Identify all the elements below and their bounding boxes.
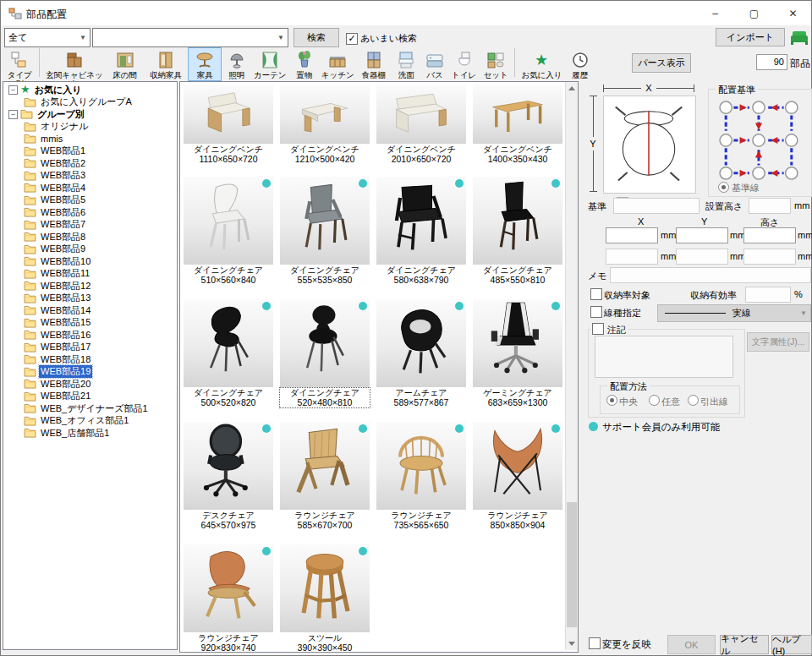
- toolbar-item-14[interactable]: セット: [480, 47, 513, 81]
- note-textarea[interactable]: [595, 336, 733, 378]
- tree-item[interactable]: WEB部品8: [3, 231, 177, 243]
- toolbar-item-15[interactable]: ★お気に入り: [518, 47, 565, 81]
- toolbar-item-6[interactable]: 照明: [222, 47, 251, 81]
- close-button[interactable]: ✕: [774, 1, 812, 25]
- tree-item[interactable]: WEB部品14: [3, 304, 177, 317]
- toolbar-item-4[interactable]: 収納家具: [144, 47, 188, 81]
- y-input[interactable]: [676, 227, 728, 243]
- tree-item[interactable]: –★お気に入り: [3, 84, 177, 96]
- toolbar-item-9[interactable]: キッチン: [320, 47, 355, 81]
- x2-input[interactable]: [606, 249, 658, 265]
- toolbar-item-10[interactable]: 食器棚: [355, 47, 391, 81]
- collapse-minus-icon[interactable]: –: [8, 110, 18, 119]
- tree-item[interactable]: WEB部品9: [3, 243, 177, 256]
- part-card[interactable]: ダイニングチェア485×550×810: [473, 177, 562, 285]
- import-button[interactable]: インポート: [716, 28, 785, 46]
- baseline-radio[interactable]: [718, 182, 729, 193]
- tree-item[interactable]: mmis: [3, 133, 177, 145]
- tree-item[interactable]: WEB_店舗部品1: [3, 427, 177, 440]
- cancel-button[interactable]: キャンセル: [720, 635, 769, 654]
- install-height-input[interactable]: [749, 198, 791, 214]
- tree-item[interactable]: WEB部品4: [3, 182, 177, 194]
- placement-basis-grid[interactable]: [717, 99, 800, 183]
- part-card[interactable]: ダイニングベンチ1110×650×720: [184, 85, 273, 164]
- part-card[interactable]: ラウンジチェア920×830×740: [184, 544, 273, 653]
- height-input[interactable]: [743, 227, 796, 243]
- toolbar-item-16[interactable]: 履歴: [565, 47, 595, 81]
- perspective-view-button[interactable]: パース表示: [632, 53, 691, 73]
- maximize-button[interactable]: ▢: [735, 1, 773, 25]
- apply-changes-checkbox[interactable]: [589, 637, 601, 649]
- tree-item[interactable]: オリジナル: [3, 121, 177, 134]
- tree-item[interactable]: WEB部品20: [3, 378, 177, 391]
- tree-item[interactable]: WEB部品7: [3, 219, 177, 232]
- tree-item[interactable]: WEB_デザイナーズ部品1: [3, 402, 177, 415]
- tree-item[interactable]: WEB部品10: [3, 255, 177, 268]
- scroll-down-icon[interactable]: [566, 637, 578, 650]
- part-card[interactable]: ダイニングチェア510×560×840: [184, 177, 273, 285]
- linetype-select[interactable]: 実線 ▼: [657, 304, 811, 322]
- toolbar-item-5[interactable]: 家具: [188, 47, 222, 81]
- part-card[interactable]: ダイニングベンチ2010×650×720: [376, 85, 466, 164]
- collapse-minus-icon[interactable]: –: [8, 85, 18, 95]
- part-card[interactable]: スツール390×390×450: [280, 544, 370, 653]
- part-card[interactable]: ダイニングベンチ1210×500×420: [280, 85, 370, 164]
- tree-item[interactable]: WEB部品16: [3, 329, 177, 342]
- minimize-button[interactable]: –: [696, 1, 734, 25]
- toolbar-item-8[interactable]: 置物: [288, 47, 320, 81]
- tree-item[interactable]: WEB部品18: [3, 353, 177, 366]
- part-card[interactable]: ラウンジチェア850×850×904: [473, 422, 562, 530]
- height2-input[interactable]: [743, 249, 796, 265]
- grid-scrollbar[interactable]: [565, 82, 578, 650]
- char-attribute-button[interactable]: 文字属性(J)...: [747, 332, 809, 352]
- tree-item[interactable]: WEB_オフィス部品1: [3, 415, 177, 428]
- note-checkbox[interactable]: [590, 323, 606, 335]
- tree-item[interactable]: WEB部品3: [3, 170, 177, 183]
- base-input[interactable]: [613, 198, 700, 214]
- tree-item[interactable]: WEB部品19: [3, 366, 177, 379]
- part-card[interactable]: ダイニングベンチ1400×350×430: [473, 85, 562, 164]
- part-card[interactable]: ダイニングチェア580×638×790: [376, 177, 466, 285]
- tree-item[interactable]: お気に入りグループA: [3, 96, 177, 109]
- part-card[interactable]: アームチェア589×577×867: [376, 299, 466, 407]
- toolbar-item-3[interactable]: 床の間: [107, 47, 144, 81]
- help-button[interactable]: ヘルプ(H): [771, 635, 812, 654]
- category-filter-select[interactable]: 全て ▼: [4, 28, 91, 47]
- tree-item[interactable]: WEB部品21: [3, 391, 177, 403]
- fuzzy-search-checkbox[interactable]: ✓: [346, 31, 358, 45]
- storage-target-checkbox[interactable]: [590, 288, 602, 300]
- part-card[interactable]: ダイニングチェア500×520×820: [184, 299, 273, 407]
- search-button[interactable]: 検索: [294, 28, 339, 47]
- x-input[interactable]: [606, 227, 658, 243]
- linetype-checkbox[interactable]: [590, 306, 602, 318]
- tree-item[interactable]: –グループ別: [3, 108, 177, 121]
- scroll-up-icon[interactable]: [566, 82, 578, 95]
- toolbar-item-12[interactable]: バス: [421, 47, 449, 81]
- toolbar-item-7[interactable]: カーテン: [251, 47, 288, 81]
- tree-item[interactable]: WEB部品17: [3, 342, 177, 354]
- method-any-radio[interactable]: [649, 395, 660, 406]
- part-card[interactable]: ラウンジチェア585×670×700: [280, 422, 370, 530]
- keyword-combobox[interactable]: ▼: [92, 28, 288, 47]
- part-card[interactable]: ラウンジチェア735×565×650: [376, 422, 466, 530]
- method-leader-radio[interactable]: [688, 395, 699, 406]
- storage-rate-input[interactable]: [745, 287, 791, 303]
- y2-input[interactable]: [676, 249, 728, 265]
- scrollbar-thumb[interactable]: [567, 502, 577, 627]
- toolbar-item-13[interactable]: トイレ: [448, 47, 480, 81]
- part-card[interactable]: ゲーミングチェア683×659×1300: [473, 299, 562, 407]
- ok-button[interactable]: OK: [667, 635, 716, 654]
- green-furniture-icon[interactable]: [789, 28, 809, 48]
- part-card[interactable]: ダイニングチェア520×480×810: [280, 299, 370, 407]
- tree-item[interactable]: WEB部品2: [3, 157, 177, 170]
- tree-item[interactable]: WEB部品6: [3, 206, 177, 219]
- tree-item[interactable]: WEB部品13: [3, 292, 177, 305]
- tree-item[interactable]: WEB部品15: [3, 317, 177, 330]
- tree-item[interactable]: WEB部品11: [3, 268, 177, 281]
- tree-item[interactable]: WEB部品1: [3, 145, 177, 158]
- tree-item[interactable]: WEB部品12: [3, 280, 177, 292]
- tree-item[interactable]: WEB部品5: [3, 194, 177, 207]
- part-card[interactable]: デスクチェア645×570×975: [184, 422, 273, 530]
- part-card[interactable]: ダイニングチェア555×535×850: [280, 177, 370, 285]
- memo-input[interactable]: [610, 267, 811, 283]
